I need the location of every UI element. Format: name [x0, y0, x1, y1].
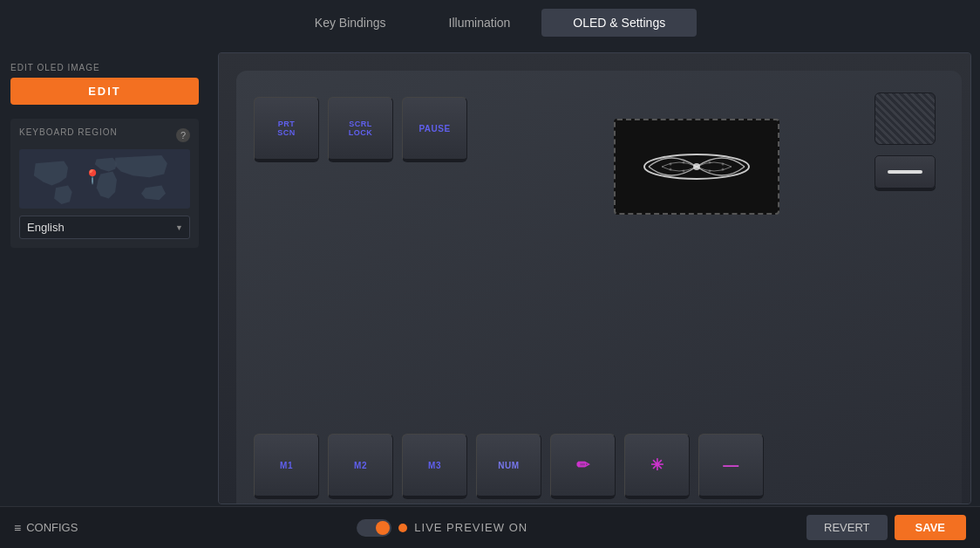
svg-point-10	[721, 168, 724, 171]
edit-oled-button[interactable]: EDIT	[10, 78, 199, 105]
key-m3-label: M3	[428, 461, 441, 470]
configs-button[interactable]: ≡ CONFIGS	[14, 521, 78, 535]
key-m1-label: M1	[280, 461, 293, 470]
key-star-label: ✳	[650, 456, 664, 475]
key-scrl-lock: SCRL LOCK	[328, 97, 393, 162]
edit-oled-label: EDIT OLED IMAGE	[10, 63, 199, 72]
svg-point-7	[669, 168, 671, 171]
svg-point-2	[693, 163, 700, 170]
toggle-knob	[376, 521, 390, 535]
white-bar	[888, 170, 922, 174]
bottom-bar: ≡ CONFIGS LIVE PREVIEW ON REVERT SAVE	[0, 506, 980, 548]
oled-logo-svg	[636, 145, 758, 188]
keyboard-region-section: KEYBOARD REGION ? 📍	[10, 119, 199, 248]
key-m1: M1	[254, 434, 319, 499]
revert-button[interactable]: REVERT	[806, 515, 888, 540]
key-num: NUM	[476, 434, 541, 499]
key-prt-scn-top: PRT	[278, 120, 296, 128]
region-select[interactable]: English German French Spanish Japanese	[19, 216, 190, 239]
svg-point-5	[708, 161, 711, 164]
tabs-bar: Key Bindings Illumination OLED & Setting…	[0, 0, 980, 45]
save-button[interactable]: SAVE	[895, 515, 966, 540]
configs-icon: ≡	[14, 521, 21, 535]
key-m3: M3	[402, 434, 467, 499]
key-m2-label: M2	[354, 461, 367, 470]
key-pause-label: PAUSE	[419, 124, 450, 134]
world-map-svg	[19, 149, 190, 209]
bottom-keys-row: M1 M2 M3 NUM ✏ ✳ —	[254, 434, 875, 503]
svg-point-3	[669, 163, 671, 166]
edit-oled-section: EDIT OLED IMAGE EDIT	[10, 63, 199, 105]
top-keys-row: PRT SCN SCRL LOCK PAUSE	[254, 97, 875, 162]
keyboard-region-label: KEYBOARD REGION	[19, 127, 118, 137]
key-prt-scn-bot: SCN	[277, 128, 296, 137]
live-preview-area: LIVE PREVIEW ON	[357, 519, 527, 537]
help-icon[interactable]: ?	[176, 128, 190, 142]
key-star: ✳	[624, 434, 690, 499]
keyboard-body: PRT SCN SCRL LOCK PAUSE	[236, 71, 962, 503]
map-container: 📍	[19, 149, 190, 209]
svg-point-9	[708, 170, 711, 173]
svg-point-8	[682, 170, 684, 173]
svg-point-6	[721, 163, 724, 166]
key-prt-scn: PRT SCN	[254, 97, 319, 162]
tab-illumination[interactable]: Illumination	[418, 9, 542, 37]
key-m2: M2	[328, 434, 393, 499]
keyboard-preview: PRT SCN SCRL LOCK PAUSE	[218, 52, 971, 504]
left-panel: EDIT OLED IMAGE EDIT KEYBOARD REGION ?	[0, 52, 209, 258]
key-pencil: ✏	[550, 434, 616, 499]
key-scrl-lock-top: SCRL	[349, 120, 372, 128]
key-pause: PAUSE	[402, 97, 467, 162]
key-scrl-lock-bot: LOCK	[349, 128, 373, 137]
svg-point-4	[682, 161, 684, 164]
tab-oled-settings[interactable]: OLED & Settings	[541, 9, 697, 37]
key-pencil-label: ✏	[576, 456, 590, 475]
region-header: KEYBOARD REGION ?	[19, 127, 190, 142]
toggle-indicator	[398, 524, 407, 532]
tab-key-bindings[interactable]: Key Bindings	[283, 9, 418, 37]
key-dash: —	[698, 434, 764, 499]
keyboard-image: PRT SCN SCRL LOCK PAUSE	[219, 53, 970, 503]
live-preview-label: LIVE PREVIEW ON	[414, 521, 527, 534]
right-buttons: REVERT SAVE	[806, 515, 966, 540]
configs-label: CONFIGS	[26, 521, 78, 534]
volume-knob[interactable]	[875, 92, 936, 145]
location-pin: 📍	[84, 168, 101, 185]
key-dash-label: —	[723, 456, 739, 475]
volume-knob-area	[875, 92, 936, 188]
region-select-wrapper: English German French Spanish Japanese	[19, 216, 190, 239]
key-num-label: NUM	[498, 461, 519, 470]
live-preview-toggle[interactable]	[357, 519, 391, 537]
oled-display	[614, 119, 779, 215]
volume-bar-key[interactable]	[875, 155, 936, 188]
